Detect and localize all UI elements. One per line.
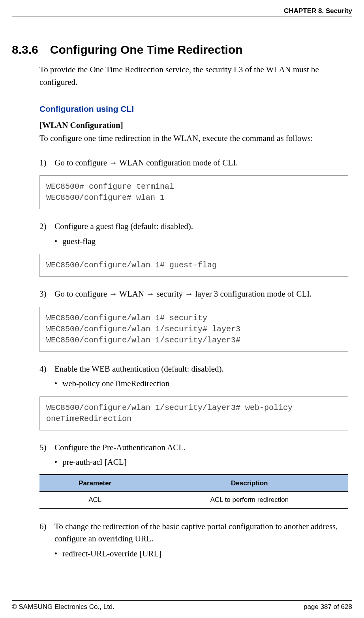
table-header-parameter: Parameter: [39, 475, 151, 492]
wlan-config-desc: To configure one time redirection in the…: [39, 132, 348, 145]
page-footer: © SAMSUNG Electronics Co., Ltd. page 387…: [12, 600, 352, 611]
table-row: ACL ACL to perform redirection: [39, 492, 348, 509]
section-number: 8.3.6: [12, 43, 38, 56]
table-header-description: Description: [151, 475, 348, 492]
step-1: 1) Go to configure → WLAN configuration …: [39, 157, 348, 169]
section-title: Configuring One Time Redirection: [50, 43, 243, 56]
step-number: 4): [39, 363, 54, 376]
table-cell-description: ACL to perform redirection: [151, 492, 348, 509]
header-rule: [12, 17, 352, 17]
code-block: WEC8500/configure/wlan 1/security/layer3…: [39, 396, 348, 430]
step-number: 5): [39, 441, 54, 454]
step-number: 3): [39, 288, 54, 301]
bullet-text: redirect-URL-override [URL]: [62, 548, 161, 560]
code-block: WEC8500/configure/wlan 1# security WEC85…: [39, 307, 348, 352]
code-block: WEC8500# configure terminal WEC8500/conf…: [39, 175, 348, 209]
code-block: WEC8500/configure/wlan 1# guest-flag: [39, 254, 348, 277]
cli-heading: Configuration using CLI: [39, 103, 348, 115]
step-text: Go to configure → WLAN configuration mod…: [54, 157, 348, 169]
step-text: Configure the Pre-Authentication ACL.: [54, 441, 348, 454]
step-5: 5) Configure the Pre-Authentication ACL.…: [39, 441, 348, 469]
bullet-text: web-policy oneTimeRedirection: [62, 378, 170, 390]
intro-paragraph: To provide the One Time Redirection serv…: [39, 64, 348, 88]
table-cell-parameter: ACL: [39, 492, 151, 509]
step-number: 2): [39, 220, 54, 233]
step-2: 2) Configure a guest flag (default: disa…: [39, 220, 348, 248]
bullet-icon: •: [54, 235, 62, 248]
step-number: 1): [39, 157, 54, 169]
bullet-text: pre-auth-acl [ACL]: [62, 456, 127, 469]
step-text: Go to configure → WLAN → security → laye…: [54, 288, 348, 301]
step-4: 4) Enable the WEB authentication (defaul…: [39, 363, 348, 390]
section-heading: 8.3.6Configuring One Time Redirection: [12, 43, 352, 56]
step-3: 3) Go to configure → WLAN → security → l…: [39, 288, 348, 301]
page-header: CHAPTER 8. Security: [12, 7, 352, 19]
step-text: Enable the WEB authentication (default: …: [54, 363, 348, 376]
copyright-text: © SAMSUNG Electronics Co., Ltd.: [12, 603, 114, 611]
bullet-text: guest-flag: [62, 235, 96, 248]
bullet-icon: •: [54, 378, 62, 390]
step-number: 6): [39, 520, 54, 545]
bullet-icon: •: [54, 456, 62, 469]
bullet-icon: •: [54, 548, 62, 560]
parameter-table: Parameter Description ACL ACL to perform…: [39, 474, 348, 509]
wlan-config-label: [WLAN Configuration]: [39, 119, 348, 132]
footer-rule: [12, 600, 352, 601]
chapter-label: CHAPTER 8. Security: [284, 7, 352, 15]
step-text: To change the redirection of the basic c…: [54, 520, 348, 545]
step-text: Configure a guest flag (default: disable…: [54, 220, 348, 233]
page-number: page 387 of 628: [304, 603, 352, 611]
step-6: 6) To change the redirection of the basi…: [39, 520, 348, 560]
